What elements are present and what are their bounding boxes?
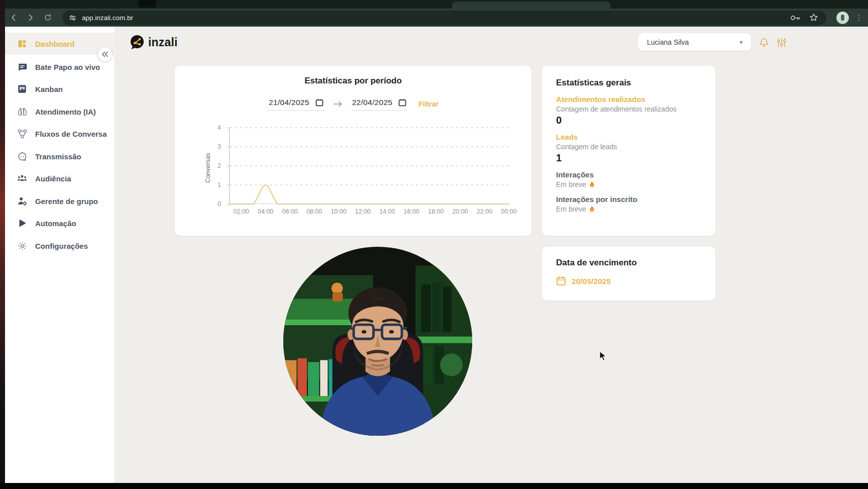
sidebar: Dashboard Bate Papo ao vivo Kanban Atend… bbox=[5, 27, 115, 483]
filter-button[interactable]: Filtrar bbox=[418, 100, 439, 108]
app-page: Dashboard Bate Papo ao vivo Kanban Atend… bbox=[5, 27, 868, 483]
stat-label: Leads bbox=[556, 133, 701, 141]
stats-title: Estatísticas gerais bbox=[556, 78, 701, 88]
x-tick-label: 14:00 bbox=[379, 208, 395, 215]
calendar-icon[interactable] bbox=[315, 99, 323, 107]
reload-button[interactable] bbox=[39, 10, 56, 25]
chevron-down-icon: ▼ bbox=[738, 39, 744, 45]
dashboard-icon bbox=[17, 38, 28, 49]
sidebar-collapse-button[interactable] bbox=[98, 47, 112, 61]
reload-icon bbox=[44, 14, 52, 22]
conversation-flow-icon bbox=[17, 128, 28, 139]
x-tick-label: 06:00 bbox=[282, 208, 297, 215]
calendar-icon[interactable] bbox=[398, 99, 406, 107]
sidebar-item-label: Atendimento (IA) bbox=[35, 108, 96, 116]
stat-label: Interações por inscrito bbox=[556, 195, 701, 204]
stat-label: Interações bbox=[556, 170, 701, 179]
sidebar-item-label: Transmissão bbox=[35, 152, 81, 161]
date-from-input[interactable]: 21/04/2025 bbox=[268, 97, 324, 111]
user-dropdown[interactable]: Luciana Silva ▼ bbox=[638, 33, 751, 51]
url-text[interactable]: app.inzali.com.br bbox=[82, 14, 133, 22]
tab-notch bbox=[138, 0, 156, 8]
sidebar-item-label: Automação bbox=[35, 219, 76, 228]
taskbar bbox=[0, 483, 868, 489]
brand-name: inzali bbox=[148, 36, 178, 49]
x-tick-label: 18:00 bbox=[428, 208, 444, 215]
browser-tab[interactable] bbox=[452, 2, 610, 9]
desktop-wallpaper-strip bbox=[0, 0, 5, 489]
back-button[interactable] bbox=[5, 10, 22, 25]
x-tick-label: 04:00 bbox=[258, 208, 273, 215]
browser-tab-strip bbox=[5, 0, 868, 9]
bookmark-star-icon[interactable] bbox=[809, 13, 818, 22]
live-chat-icon bbox=[17, 61, 28, 72]
stat-value: 0 bbox=[556, 115, 701, 126]
main-content: inzali Luciana Silva ▼ Estatísticas por … bbox=[116, 27, 868, 483]
y-tick-label: 2 bbox=[218, 162, 221, 169]
forward-icon bbox=[27, 14, 35, 22]
brand-logo: inzali bbox=[129, 34, 178, 50]
x-tick-label: 10:00 bbox=[331, 208, 346, 215]
address-bar[interactable]: app.inzali.com.br bbox=[62, 11, 826, 25]
chevrons-left-icon bbox=[101, 51, 108, 57]
fire-icon bbox=[589, 181, 595, 188]
x-tick-label: 08:00 bbox=[306, 208, 322, 215]
sidebar-item-label: Bate Papo ao vivo bbox=[35, 63, 100, 71]
inzali-logo-icon bbox=[129, 34, 145, 50]
stat-interacoes-inscrito: Interações por inscrito Em breve bbox=[556, 195, 701, 213]
sidebar-item-transmissao[interactable]: Transmissão bbox=[5, 145, 115, 167]
automation-play-icon bbox=[17, 218, 28, 229]
due-date-value: 20/05/2025 bbox=[572, 277, 611, 285]
browser-profile-avatar[interactable] bbox=[836, 12, 849, 24]
y-tick-label: 3 bbox=[218, 143, 221, 150]
ai-brain-icon bbox=[17, 106, 28, 117]
sidebar-item-automacao[interactable]: Automação bbox=[5, 212, 115, 234]
filter-sliders-icon[interactable] bbox=[776, 37, 787, 48]
sidebar-item-label: Configurações bbox=[35, 242, 88, 250]
period-stats-card: Estatísticas por período 21/04/2025 22/0… bbox=[175, 66, 531, 236]
line-chart-plot bbox=[229, 128, 509, 204]
broadcast-icon bbox=[17, 151, 28, 162]
date-filter-row: 21/04/2025 22/04/2025 Filtrar bbox=[175, 97, 531, 111]
stat-interacoes: Interações Em breve bbox=[556, 170, 701, 188]
y-tick-label: 1 bbox=[218, 181, 221, 188]
sidebar-item-audiencia[interactable]: Audiência bbox=[5, 167, 115, 189]
stat-description: Em breve bbox=[556, 180, 701, 188]
back-icon bbox=[10, 14, 18, 22]
y-tick-label: 0 bbox=[218, 201, 221, 208]
sidebar-item-label: Gerente de grupo bbox=[35, 197, 98, 206]
audience-icon bbox=[17, 173, 28, 184]
chart-title: Estatísticas por período bbox=[175, 76, 531, 86]
sidebar-item-gerente-grupo[interactable]: Gerente de grupo bbox=[5, 190, 115, 212]
settings-gear-icon bbox=[17, 240, 28, 251]
sidebar-item-atendimento-ia[interactable]: Atendimento (IA) bbox=[5, 101, 115, 123]
arrow-right-icon bbox=[334, 101, 342, 107]
date-from-value: 21/04/2025 bbox=[269, 98, 309, 107]
date-to-input[interactable]: 22/04/2025 bbox=[351, 97, 408, 111]
x-tick-label: 12:00 bbox=[355, 208, 371, 215]
due-date-title: Data de vencimento bbox=[556, 258, 701, 268]
due-date-card: Data de vencimento 20/05/2025 bbox=[542, 247, 715, 301]
notifications-bell-icon[interactable] bbox=[758, 37, 770, 48]
site-settings-icon[interactable] bbox=[68, 14, 77, 22]
browser-toolbar: app.inzali.com.br ⋮ bbox=[5, 9, 868, 27]
sidebar-item-label: Dashboard bbox=[35, 40, 74, 48]
stat-description: Contagem de leads bbox=[556, 143, 701, 151]
browser-menu-icon[interactable]: ⋮ bbox=[854, 13, 864, 22]
stat-label: Atendimentos realizados bbox=[556, 95, 701, 104]
sidebar-item-kanban[interactable]: Kanban bbox=[5, 78, 115, 100]
stat-description: Em breve bbox=[556, 205, 701, 213]
user-name: Luciana Silva bbox=[647, 38, 689, 46]
sidebar-item-label: Kanban bbox=[35, 85, 63, 93]
stat-value: 1 bbox=[556, 152, 701, 164]
sidebar-item-fluxos[interactable]: Fluxos de Conversa bbox=[5, 123, 115, 145]
password-key-icon[interactable] bbox=[790, 15, 801, 21]
y-axis-ticks: 01234 bbox=[206, 128, 221, 204]
forward-button[interactable] bbox=[22, 10, 39, 25]
sidebar-item-configuracoes[interactable]: Configurações bbox=[5, 235, 115, 257]
sidebar-item-label: Audiência bbox=[35, 174, 71, 183]
date-to-value: 22/04/2025 bbox=[352, 98, 393, 107]
x-axis-ticks: 02:0004:0006:0008:0010:0012:0014:0016:00… bbox=[229, 208, 509, 216]
stat-description: Contagem de atendimentos realizados bbox=[556, 105, 701, 113]
sidebar-item-bate-papo[interactable]: Bate Papo ao vivo bbox=[5, 56, 115, 78]
